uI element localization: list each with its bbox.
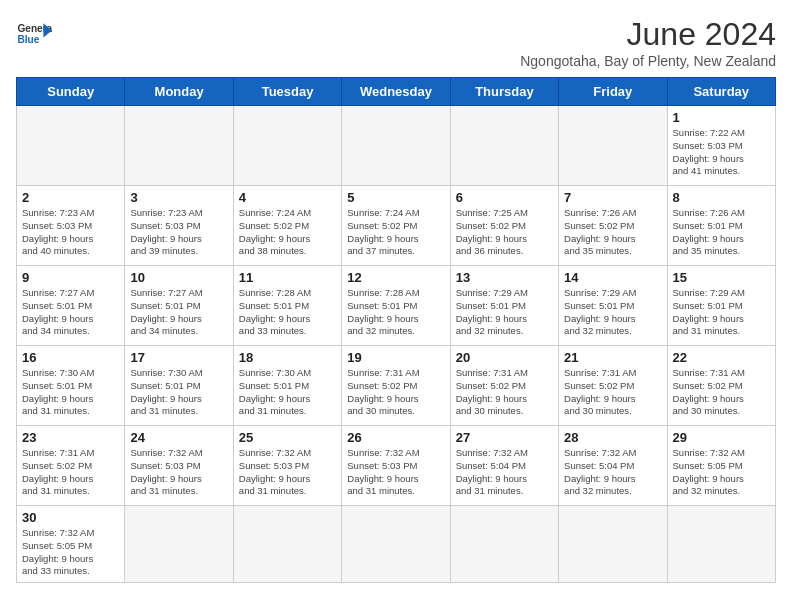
day-cell [559, 106, 667, 186]
day-info: Sunrise: 7:30 AM Sunset: 5:01 PM Dayligh… [130, 367, 227, 418]
day-cell: 5Sunrise: 7:24 AM Sunset: 5:02 PM Daylig… [342, 186, 450, 266]
day-cell: 27Sunrise: 7:32 AM Sunset: 5:04 PM Dayli… [450, 426, 558, 506]
day-header-wednesday: Wednesday [342, 78, 450, 106]
week-row-1: 1Sunrise: 7:22 AM Sunset: 5:03 PM Daylig… [17, 106, 776, 186]
day-cell [667, 506, 775, 583]
svg-text:Blue: Blue [17, 34, 39, 45]
day-number: 12 [347, 270, 444, 285]
week-row-2: 2Sunrise: 7:23 AM Sunset: 5:03 PM Daylig… [17, 186, 776, 266]
day-cell: 1Sunrise: 7:22 AM Sunset: 5:03 PM Daylig… [667, 106, 775, 186]
day-info: Sunrise: 7:32 AM Sunset: 5:03 PM Dayligh… [347, 447, 444, 498]
day-cell: 3Sunrise: 7:23 AM Sunset: 5:03 PM Daylig… [125, 186, 233, 266]
logo: General Blue [16, 16, 52, 52]
day-number: 1 [673, 110, 770, 125]
day-number: 6 [456, 190, 553, 205]
day-info: Sunrise: 7:32 AM Sunset: 5:04 PM Dayligh… [564, 447, 661, 498]
day-info: Sunrise: 7:32 AM Sunset: 5:03 PM Dayligh… [239, 447, 336, 498]
day-cell: 6Sunrise: 7:25 AM Sunset: 5:02 PM Daylig… [450, 186, 558, 266]
day-cell: 17Sunrise: 7:30 AM Sunset: 5:01 PM Dayli… [125, 346, 233, 426]
day-cell: 12Sunrise: 7:28 AM Sunset: 5:01 PM Dayli… [342, 266, 450, 346]
day-number: 9 [22, 270, 119, 285]
day-info: Sunrise: 7:26 AM Sunset: 5:02 PM Dayligh… [564, 207, 661, 258]
day-number: 5 [347, 190, 444, 205]
day-number: 16 [22, 350, 119, 365]
day-cell: 15Sunrise: 7:29 AM Sunset: 5:01 PM Dayli… [667, 266, 775, 346]
day-cell [450, 506, 558, 583]
day-number: 4 [239, 190, 336, 205]
day-header-friday: Friday [559, 78, 667, 106]
day-cell [342, 506, 450, 583]
day-info: Sunrise: 7:31 AM Sunset: 5:02 PM Dayligh… [456, 367, 553, 418]
month-title: June 2024 [520, 16, 776, 53]
logo-icon: General Blue [16, 16, 52, 52]
day-number: 7 [564, 190, 661, 205]
day-cell: 4Sunrise: 7:24 AM Sunset: 5:02 PM Daylig… [233, 186, 341, 266]
day-info: Sunrise: 7:30 AM Sunset: 5:01 PM Dayligh… [22, 367, 119, 418]
day-number: 19 [347, 350, 444, 365]
day-cell: 24Sunrise: 7:32 AM Sunset: 5:03 PM Dayli… [125, 426, 233, 506]
day-number: 23 [22, 430, 119, 445]
day-cell: 19Sunrise: 7:31 AM Sunset: 5:02 PM Dayli… [342, 346, 450, 426]
day-header-saturday: Saturday [667, 78, 775, 106]
day-info: Sunrise: 7:29 AM Sunset: 5:01 PM Dayligh… [564, 287, 661, 338]
day-info: Sunrise: 7:25 AM Sunset: 5:02 PM Dayligh… [456, 207, 553, 258]
day-number: 26 [347, 430, 444, 445]
day-cell: 29Sunrise: 7:32 AM Sunset: 5:05 PM Dayli… [667, 426, 775, 506]
day-info: Sunrise: 7:27 AM Sunset: 5:01 PM Dayligh… [130, 287, 227, 338]
day-cell [342, 106, 450, 186]
day-info: Sunrise: 7:23 AM Sunset: 5:03 PM Dayligh… [130, 207, 227, 258]
day-number: 11 [239, 270, 336, 285]
day-cell [233, 506, 341, 583]
day-info: Sunrise: 7:31 AM Sunset: 5:02 PM Dayligh… [22, 447, 119, 498]
day-number: 28 [564, 430, 661, 445]
title-section: June 2024 Ngongotaha, Bay of Plenty, New… [520, 16, 776, 69]
header-row: SundayMondayTuesdayWednesdayThursdayFrid… [17, 78, 776, 106]
day-info: Sunrise: 7:31 AM Sunset: 5:02 PM Dayligh… [673, 367, 770, 418]
day-cell: 30Sunrise: 7:32 AM Sunset: 5:05 PM Dayli… [17, 506, 125, 583]
day-cell [233, 106, 341, 186]
day-number: 29 [673, 430, 770, 445]
day-info: Sunrise: 7:31 AM Sunset: 5:02 PM Dayligh… [347, 367, 444, 418]
day-cell: 2Sunrise: 7:23 AM Sunset: 5:03 PM Daylig… [17, 186, 125, 266]
day-cell: 8Sunrise: 7:26 AM Sunset: 5:01 PM Daylig… [667, 186, 775, 266]
week-row-5: 23Sunrise: 7:31 AM Sunset: 5:02 PM Dayli… [17, 426, 776, 506]
day-cell: 25Sunrise: 7:32 AM Sunset: 5:03 PM Dayli… [233, 426, 341, 506]
day-info: Sunrise: 7:31 AM Sunset: 5:02 PM Dayligh… [564, 367, 661, 418]
day-cell: 28Sunrise: 7:32 AM Sunset: 5:04 PM Dayli… [559, 426, 667, 506]
day-info: Sunrise: 7:32 AM Sunset: 5:03 PM Dayligh… [130, 447, 227, 498]
day-number: 15 [673, 270, 770, 285]
week-row-6: 30Sunrise: 7:32 AM Sunset: 5:05 PM Dayli… [17, 506, 776, 583]
day-info: Sunrise: 7:32 AM Sunset: 5:04 PM Dayligh… [456, 447, 553, 498]
day-cell [125, 506, 233, 583]
day-number: 22 [673, 350, 770, 365]
day-info: Sunrise: 7:26 AM Sunset: 5:01 PM Dayligh… [673, 207, 770, 258]
day-info: Sunrise: 7:32 AM Sunset: 5:05 PM Dayligh… [22, 527, 119, 578]
day-number: 30 [22, 510, 119, 525]
day-number: 13 [456, 270, 553, 285]
day-cell: 9Sunrise: 7:27 AM Sunset: 5:01 PM Daylig… [17, 266, 125, 346]
day-number: 10 [130, 270, 227, 285]
week-row-4: 16Sunrise: 7:30 AM Sunset: 5:01 PM Dayli… [17, 346, 776, 426]
day-info: Sunrise: 7:24 AM Sunset: 5:02 PM Dayligh… [347, 207, 444, 258]
day-number: 2 [22, 190, 119, 205]
day-info: Sunrise: 7:28 AM Sunset: 5:01 PM Dayligh… [347, 287, 444, 338]
day-number: 14 [564, 270, 661, 285]
day-cell: 23Sunrise: 7:31 AM Sunset: 5:02 PM Dayli… [17, 426, 125, 506]
week-row-3: 9Sunrise: 7:27 AM Sunset: 5:01 PM Daylig… [17, 266, 776, 346]
day-info: Sunrise: 7:24 AM Sunset: 5:02 PM Dayligh… [239, 207, 336, 258]
day-number: 8 [673, 190, 770, 205]
day-header-sunday: Sunday [17, 78, 125, 106]
calendar-table: SundayMondayTuesdayWednesdayThursdayFrid… [16, 77, 776, 583]
day-info: Sunrise: 7:32 AM Sunset: 5:05 PM Dayligh… [673, 447, 770, 498]
day-info: Sunrise: 7:29 AM Sunset: 5:01 PM Dayligh… [456, 287, 553, 338]
day-info: Sunrise: 7:28 AM Sunset: 5:01 PM Dayligh… [239, 287, 336, 338]
day-cell [559, 506, 667, 583]
day-cell: 16Sunrise: 7:30 AM Sunset: 5:01 PM Dayli… [17, 346, 125, 426]
day-number: 18 [239, 350, 336, 365]
day-cell: 26Sunrise: 7:32 AM Sunset: 5:03 PM Dayli… [342, 426, 450, 506]
day-cell [450, 106, 558, 186]
day-cell [17, 106, 125, 186]
day-cell: 11Sunrise: 7:28 AM Sunset: 5:01 PM Dayli… [233, 266, 341, 346]
day-info: Sunrise: 7:27 AM Sunset: 5:01 PM Dayligh… [22, 287, 119, 338]
day-info: Sunrise: 7:30 AM Sunset: 5:01 PM Dayligh… [239, 367, 336, 418]
